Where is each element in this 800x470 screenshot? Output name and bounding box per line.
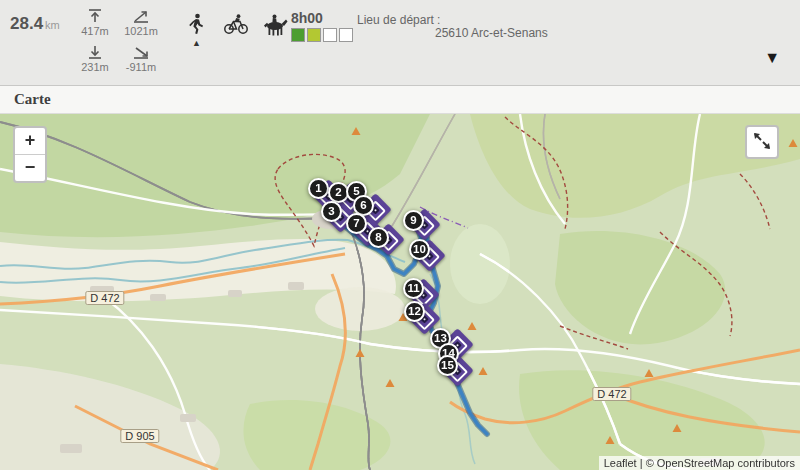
descent-icon	[132, 44, 150, 60]
trail-summary-header: 28.4km 417m 1021m 231m -911m	[0, 0, 800, 86]
altitude-max-icon	[86, 8, 104, 24]
map-section-bar: Carte	[0, 86, 800, 114]
stat-value: -911m	[126, 61, 156, 73]
waypoint-marker-8[interactable]: 8	[368, 227, 389, 248]
zoom-out-button[interactable]: −	[15, 154, 45, 181]
attribution-separator: | ©	[637, 457, 657, 469]
stat-ascent: 1021m	[118, 8, 164, 37]
difficulty-square	[323, 28, 337, 42]
road-label: D 905	[120, 429, 159, 443]
departure-label: Lieu de départ :	[357, 13, 440, 27]
departure-value: 25610 Arc-et-Senans	[435, 26, 548, 40]
difficulty-square	[339, 28, 353, 42]
leaflet-map[interactable]: 12356789101112131415D 472D 905D 472 + − …	[0, 114, 800, 470]
trail-detail-page: 28.4km 417m 1021m 231m -911m	[0, 0, 800, 470]
road-label: D 472	[85, 291, 124, 305]
zoom-control: + −	[13, 126, 47, 183]
stat-descent: -911m	[118, 44, 164, 73]
altitude-min-icon	[86, 44, 104, 60]
stat-altitude-max: 417m	[72, 8, 118, 37]
leaflet-link[interactable]: Leaflet	[604, 457, 637, 469]
waypoint-marker-15[interactable]: 15	[437, 355, 458, 376]
waypoint-marker-12[interactable]: 12	[404, 301, 425, 322]
duration-block: 8h00	[291, 10, 355, 46]
waypoint-marker-11[interactable]: 11	[403, 278, 424, 299]
duration-value: 8h00	[291, 10, 355, 26]
difficulty-meter	[291, 28, 355, 45]
waypoint-marker-10[interactable]: 10	[409, 239, 430, 260]
distance-value: 28.4	[10, 14, 43, 33]
marker-layer: 12356789101112131415D 472D 905D 472	[0, 114, 800, 470]
activity-icons	[185, 12, 285, 36]
horseride-icon[interactable]	[261, 12, 285, 36]
distance: 28.4km	[10, 14, 60, 34]
waypoint-marker-1[interactable]: 1	[308, 178, 329, 199]
map-attribution: Leaflet | © OpenStreetMap contributors	[599, 456, 800, 470]
section-title: Carte	[0, 86, 800, 113]
bike-icon[interactable]	[223, 12, 247, 36]
stat-value: 417m	[81, 25, 109, 37]
waypoint-marker-7[interactable]: 7	[346, 213, 367, 234]
road-label: D 472	[592, 387, 631, 401]
zoom-in-button[interactable]: +	[15, 128, 45, 154]
waypoint-marker-3[interactable]: 3	[321, 201, 342, 222]
selected-activity-caret: ▲	[192, 38, 201, 48]
ascent-icon	[132, 8, 150, 24]
collapse-panel-button[interactable]: ▼	[764, 50, 780, 66]
difficulty-square	[291, 28, 305, 42]
fullscreen-button[interactable]	[745, 125, 779, 159]
osm-link[interactable]: OpenStreetMap contributors	[657, 457, 795, 469]
distance-unit: km	[45, 19, 60, 31]
hiker-icon[interactable]	[185, 12, 209, 36]
stat-value: 1021m	[124, 25, 158, 37]
waypoint-marker-9[interactable]: 9	[403, 210, 424, 231]
stat-value: 231m	[81, 61, 109, 73]
fullscreen-icon	[752, 131, 772, 151]
difficulty-square	[307, 28, 321, 42]
stat-altitude-min: 231m	[72, 44, 118, 73]
